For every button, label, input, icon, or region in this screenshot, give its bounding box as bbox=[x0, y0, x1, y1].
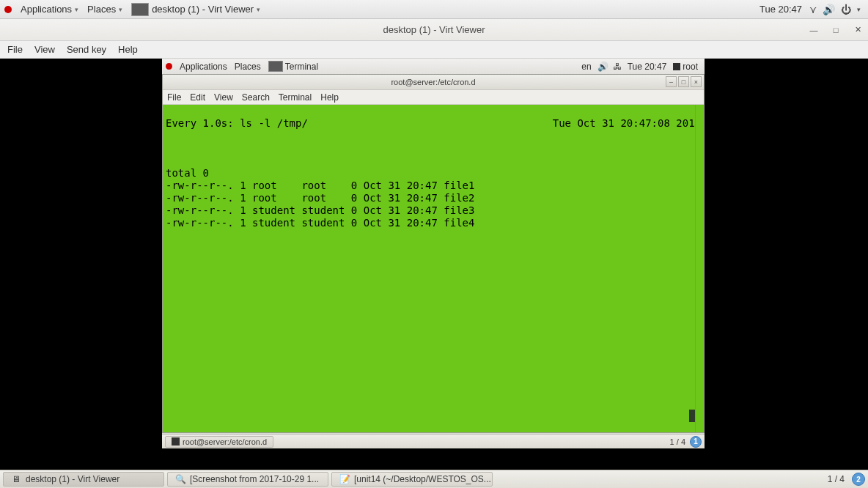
ls-total: total 0 bbox=[166, 167, 209, 179]
guest-desktop: Applications Places Terminal en 🔊 🖧 Tue … bbox=[162, 59, 705, 448]
guest-places-menu[interactable]: Places bbox=[231, 62, 265, 72]
terminal-minimize-button[interactable]: – bbox=[666, 76, 677, 87]
watch-header-left: Every 1.0s: ls -l /tmp/ bbox=[166, 117, 308, 130]
term-menu-edit[interactable]: Edit bbox=[190, 92, 205, 103]
ls-listing: -rw-r--r--. 1 root root 0 Oct 31 20:47 f… bbox=[166, 180, 701, 229]
vm-viewport[interactable]: Applications Places Terminal en 🔊 🖧 Tue … bbox=[0, 59, 868, 470]
term-menu-search[interactable]: Search bbox=[242, 92, 270, 103]
wifi-icon[interactable]: ⋎ bbox=[809, 4, 817, 15]
menu-help[interactable]: Help bbox=[118, 44, 138, 55]
places-menu[interactable]: Places bbox=[83, 4, 127, 15]
chevron-down-icon[interactable]: ▾ bbox=[857, 6, 861, 13]
taskbar-item-screenshot[interactable]: 🔍 [Screenshot from 2017-10-29 1... bbox=[167, 472, 328, 487]
minimize-button[interactable]: — bbox=[808, 24, 820, 36]
volume-icon[interactable]: 🔊 bbox=[597, 62, 608, 72]
guest-taskbar-item-label: root@server:/etc/cron.d bbox=[183, 437, 267, 446]
window-thumb-icon bbox=[131, 3, 149, 16]
workspace-indicator: 1 / 4 bbox=[670, 437, 685, 446]
guest-topbar-task-label: Terminal bbox=[285, 62, 318, 72]
guest-clock[interactable]: Tue 20:47 bbox=[624, 62, 671, 72]
guest-top-panel: Applications Places Terminal en 🔊 🖧 Tue … bbox=[162, 59, 705, 75]
redhat-logo-icon bbox=[166, 63, 172, 70]
root-warning-icon bbox=[673, 63, 680, 70]
maximize-button[interactable]: □ bbox=[830, 24, 842, 36]
taskbar-item-label: [Screenshot from 2017-10-29 1... bbox=[190, 474, 319, 484]
terminal-titlebar[interactable]: root@server:/etc/cron.d – □ × bbox=[163, 75, 704, 90]
virt-viewer-menubar: File View Send key Help bbox=[0, 41, 868, 59]
display-icon: 🖥 bbox=[11, 474, 21, 484]
outer-bottom-panel: 🖥 desktop (1) - Virt Viewer 🔍 [Screensho… bbox=[0, 470, 868, 488]
term-menu-help[interactable]: Help bbox=[320, 92, 339, 103]
network-icon[interactable]: 🖧 bbox=[613, 62, 622, 72]
topbar-task-virtviewer[interactable]: desktop (1) - Virt Viewer bbox=[127, 3, 265, 16]
taskbar-item-virtviewer[interactable]: 🖥 desktop (1) - Virt Viewer bbox=[3, 472, 164, 487]
terminal-menubar: File Edit View Search Terminal Help bbox=[163, 90, 704, 105]
watch-header-right: Tue Oct 31 20:47:08 2017 bbox=[553, 117, 701, 130]
volume-icon[interactable]: 🔊 bbox=[823, 4, 835, 15]
outer-top-panel: Applications Places desktop (1) - Virt V… bbox=[0, 0, 868, 19]
term-menu-file[interactable]: File bbox=[167, 92, 181, 103]
virt-viewer-titlebar[interactable]: desktop (1) - Virt Viewer — □ ✕ bbox=[0, 19, 868, 41]
image-icon: 🔍 bbox=[175, 474, 185, 484]
guest-bottom-panel: root@server:/etc/cron.d 1 / 4 1 bbox=[162, 434, 705, 448]
term-menu-terminal[interactable]: Terminal bbox=[279, 92, 312, 103]
power-icon[interactable]: ⏻ bbox=[841, 4, 851, 15]
clock[interactable]: Tue 20:47 bbox=[755, 4, 806, 15]
window-thumb-icon bbox=[268, 61, 283, 72]
virt-viewer-title: desktop (1) - Virt Viewer bbox=[383, 24, 485, 35]
editor-icon: 📝 bbox=[339, 474, 350, 484]
user-indicator[interactable]: root bbox=[670, 62, 701, 72]
workspace-switcher[interactable]: 1 bbox=[690, 436, 702, 448]
guest-taskbar-item-terminal[interactable]: root@server:/etc/cron.d bbox=[165, 436, 273, 448]
guest-topbar-task-terminal[interactable]: Terminal bbox=[265, 61, 322, 72]
terminal-scrollbar[interactable] bbox=[695, 105, 704, 432]
menu-sendkey[interactable]: Send key bbox=[67, 44, 106, 55]
terminal-output[interactable]: Every 1.0s: ls -l /tmp/Tue Oct 31 20:47:… bbox=[163, 105, 704, 432]
virt-viewer-window: desktop (1) - Virt Viewer — □ ✕ File Vie… bbox=[0, 19, 868, 470]
workspace-indicator: 1 / 4 bbox=[828, 474, 845, 484]
terminal-title: root@server:/etc/cron.d bbox=[391, 78, 475, 86]
user-label: root bbox=[683, 62, 698, 72]
terminal-icon bbox=[172, 437, 180, 446]
taskbar-item-gedit[interactable]: 📝 [unit14 (~/Desktop/WESTOS_OS... bbox=[331, 472, 493, 487]
applications-menu[interactable]: Applications bbox=[16, 4, 83, 15]
menu-file[interactable]: File bbox=[7, 44, 23, 55]
terminal-window: root@server:/etc/cron.d – □ × File Edit … bbox=[162, 74, 705, 433]
topbar-task-label: desktop (1) - Virt Viewer bbox=[152, 4, 254, 15]
taskbar-item-label: [unit14 (~/Desktop/WESTOS_OS... bbox=[354, 474, 491, 484]
term-menu-view[interactable]: View bbox=[214, 92, 233, 103]
terminal-maximize-button[interactable]: □ bbox=[678, 76, 689, 87]
redhat-logo-icon bbox=[4, 6, 12, 13]
close-button[interactable]: ✕ bbox=[852, 24, 864, 36]
workspace-switcher[interactable]: 2 bbox=[852, 473, 865, 486]
guest-applications-menu[interactable]: Applications bbox=[176, 62, 231, 72]
input-language[interactable]: en bbox=[578, 62, 595, 72]
taskbar-item-label: desktop (1) - Virt Viewer bbox=[26, 474, 119, 484]
terminal-close-button[interactable]: × bbox=[691, 76, 702, 87]
menu-view[interactable]: View bbox=[34, 44, 55, 55]
